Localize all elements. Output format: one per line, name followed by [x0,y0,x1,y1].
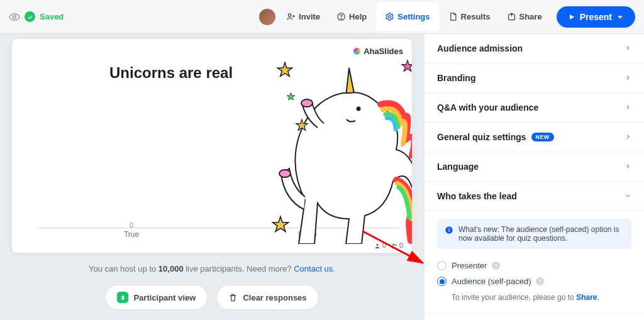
tab-settings[interactable]: Settings [376,2,438,31]
stage-column: AhaSlides Unicorns are real 0 True 0 Fal… [0,34,424,320]
radio-audience[interactable] [437,277,447,286]
hosting-info: You can host up to 10,000 live participa… [12,264,412,273]
settings-label: Settings [397,12,430,21]
svg-point-9 [357,107,361,111]
results-button[interactable]: Results [441,8,497,26]
svg-point-11 [301,99,313,107]
section-branding[interactable]: Branding [425,63,644,93]
settings-panel: Audience admission Branding Q&A with you… [424,34,644,320]
svg-point-0 [13,15,16,18]
trash-icon [228,293,238,302]
chevron-right-icon [625,133,631,140]
brand-label: AhaSlides [353,47,403,56]
eye-icon [9,11,20,23]
contact-link[interactable]: Contact us [294,264,333,273]
svg-point-1 [289,14,291,16]
share-link[interactable]: Share [576,293,597,302]
radio-presenter-row[interactable]: Presenter ? [437,258,631,273]
saved-indicator: Saved [9,11,64,23]
invite-button[interactable]: Invite [279,8,327,26]
present-button[interactable]: Present [557,6,635,28]
share-label: Share [519,12,542,21]
svg-point-8 [395,245,397,246]
results-label: Results [461,12,491,21]
whats-new-info: What's new: The audience (self-paced) op… [437,219,631,249]
help-label: Help [349,12,367,21]
invite-help-line: To invite your audience, please go to Sh… [437,289,631,302]
workspace: AhaSlides Unicorns are real 0 True 0 Fal… [0,34,644,320]
invite-label: Invite [299,12,320,21]
play-icon [568,13,575,21]
radio-audience-label: Audience (self-paced) [452,277,531,286]
section-language[interactable]: Language [425,152,644,182]
share-icon [507,12,516,21]
chevron-right-icon [625,45,631,52]
help-tooltip-icon[interactable]: ? [492,262,500,270]
chevron-right-icon [625,74,631,81]
section-audience-admission[interactable]: Audience admission [425,34,644,63]
svg-rect-14 [448,229,449,232]
help-icon [336,12,346,21]
svg-point-7 [392,244,394,246]
brand-dot-icon [353,48,360,55]
share-button[interactable]: Share [500,8,549,26]
svg-point-3 [341,18,341,19]
chevron-right-icon [625,163,631,170]
slide-title: Unicorns are real [109,64,233,82]
lead-body: What's new: The audience (self-paced) op… [425,211,644,314]
info-icon [445,226,453,234]
section-general-quiz[interactable]: General quiz settingsNEW [425,123,644,152]
section-who-takes-lead[interactable]: Who takes the lead [425,182,644,211]
clear-responses-button[interactable]: Clear responses [216,285,318,310]
help-button[interactable]: Help [330,8,374,26]
chevron-down-icon [616,13,624,21]
clear-responses-label: Clear responses [243,293,306,302]
svg-point-10 [279,170,291,177]
saved-label: Saved [40,12,64,21]
radio-audience-row[interactable]: Audience (self-paced) ? [437,273,631,289]
phone-icon [117,292,128,303]
true-label: True [124,230,139,239]
chevron-right-icon [625,104,631,111]
top-bar: Saved Invite Help Settings Results Share… [0,0,644,34]
chevron-down-icon [625,192,631,199]
true-count: 0 [106,221,157,229]
gear-icon [385,12,394,21]
file-icon [448,12,458,21]
help-tooltip-icon[interactable]: ? [536,277,544,285]
participant-view-label: Participant view [133,293,196,302]
svg-rect-12 [122,295,125,300]
option-true: 0 True [106,221,157,239]
participant-view-button[interactable]: Participant view [105,285,208,310]
new-badge: NEW [531,133,554,141]
avatar[interactable] [259,9,275,25]
radio-presenter-label: Presenter [452,261,487,270]
person-plus-icon [286,12,296,21]
slide-preview: AhaSlides Unicorns are real 0 True 0 Fal… [12,39,412,253]
below-slide: You can host up to 10,000 live participa… [12,253,412,310]
radio-presenter[interactable] [437,261,447,270]
present-label: Present [580,12,612,22]
section-other-settings[interactable]: Other settings [425,314,644,320]
svg-point-4 [389,16,391,18]
svg-point-6 [376,244,378,246]
check-icon [25,11,35,22]
section-qa[interactable]: Q&A with your audience [425,93,644,123]
svg-point-15 [448,228,450,229]
